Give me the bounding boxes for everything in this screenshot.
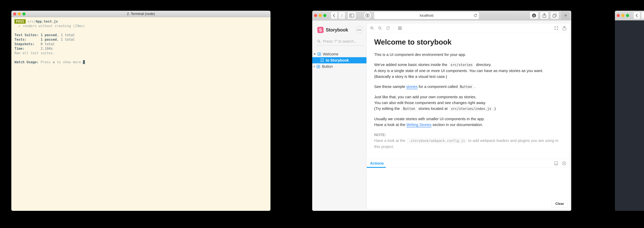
share-icon (542, 13, 546, 18)
summary-label: Time: (14, 46, 40, 51)
ran-all-line: Ran all test suites. (14, 51, 268, 55)
onepassword-extension-button[interactable] (364, 12, 371, 19)
watch-usage-line: Watch Usage:Press w to show more. (14, 60, 268, 64)
terminal-titlebar[interactable]: 2. Terminal (node) (11, 11, 270, 17)
reload-button[interactable] (474, 14, 477, 17)
watch-usage-label: Watch Usage: (14, 60, 40, 64)
shortcuts-menu-button[interactable]: ••• (356, 26, 363, 34)
minimize-button[interactable] (18, 12, 21, 16)
addons-panel: Actions Clear (367, 159, 570, 209)
edit-paragraph: Just like that, you can add your own com… (374, 94, 562, 112)
terminal-output[interactable]: PASS src/App.test.js ✓ renders without c… (11, 17, 270, 66)
back-button[interactable] (634, 12, 640, 19)
code-chip: src/stories/index.js (449, 106, 493, 111)
close-button[interactable] (617, 14, 620, 17)
caret-down-icon[interactable] (314, 53, 316, 55)
summary-passed: 1 passed (40, 33, 57, 37)
traffic-lights (617, 14, 629, 17)
close-button[interactable] (314, 14, 317, 17)
zoom-reset-button[interactable] (386, 26, 390, 30)
search-icon (317, 40, 321, 43)
sidebar-story-to-storybook[interactable]: to Storybook (312, 57, 366, 63)
close-panel-button[interactable] (562, 161, 566, 166)
stories-link[interactable]: stories (406, 84, 418, 89)
stories-paragraph: We've added some basic stories inside th… (374, 62, 562, 79)
panel-position-button[interactable] (554, 161, 558, 166)
search-placeholder: Press "/" to search... (323, 39, 357, 44)
clear-button[interactable]: Clear (552, 200, 568, 207)
test-file-dir: src/ (28, 20, 36, 23)
grid-toggle-button[interactable] (398, 26, 402, 30)
writing-stories-link[interactable]: Writing Stories (406, 123, 432, 127)
share-button[interactable] (540, 12, 548, 19)
code-chip: Button (401, 106, 417, 111)
downloads-button[interactable] (530, 12, 538, 19)
chevron-right-icon (340, 13, 344, 18)
zoom-button[interactable] (323, 14, 326, 17)
sidebar-toggle-button[interactable] (348, 12, 356, 19)
fullscreen-button[interactable] (554, 26, 558, 30)
addons-tab-bar: Actions (367, 159, 570, 168)
forward-button[interactable] (641, 12, 644, 19)
preview-panel: Welcome to storybook This is a UI compon… (366, 23, 570, 209)
chevron-left-icon (332, 13, 336, 18)
summary-row: Tests:1 passed, 1 total (14, 37, 268, 42)
address-bar[interactable]: localhost (374, 12, 479, 19)
zoom-button[interactable] (626, 14, 629, 17)
jest-pass-line: PASS src/App.test.js (14, 19, 268, 24)
reload-icon (474, 14, 477, 17)
summary-label: Test Suites: (14, 33, 40, 37)
welcome-document: Welcome to storybook This is a UI compon… (367, 33, 570, 159)
close-button[interactable] (13, 12, 16, 16)
summary-label: Snapshots: (14, 42, 40, 46)
open-canvas-button[interactable] (562, 26, 566, 31)
watch-key: w (53, 60, 55, 64)
forward-button[interactable] (338, 12, 345, 19)
terminal-cursor (83, 60, 85, 64)
summary-total: , 1 total (57, 33, 75, 37)
sidebar-item-welcome[interactable]: Welcome (312, 51, 366, 57)
active-tab-indicator (367, 167, 386, 168)
bookmark-icon (320, 58, 324, 62)
component-icon (316, 65, 320, 68)
chevron-left-icon (635, 13, 638, 18)
pass-badge: PASS (14, 19, 26, 24)
caret-right-icon[interactable] (314, 65, 315, 68)
summary-row: Test Suites:1 passed, 1 total (14, 33, 268, 37)
traffic-lights (13, 12, 26, 16)
zoom-out-button[interactable] (378, 26, 382, 30)
chevron-right-icon (643, 13, 644, 18)
url-text: localhost (420, 14, 434, 18)
check-icon: ✓ (18, 24, 20, 28)
minimize-button[interactable] (319, 14, 322, 17)
search-input[interactable]: Press "/" to search... (317, 39, 364, 46)
zoom-button[interactable] (22, 12, 26, 16)
storybook-app: S Storybook ••• Press "/" to search... W… (312, 20, 571, 211)
download-icon (532, 13, 536, 18)
docs-paragraph: Usually we create stories with smaller U… (374, 116, 562, 128)
preview-toolbar (367, 23, 570, 33)
terminal-window: 2. Terminal (node) PASS src/App.test.js … (11, 11, 270, 211)
stories-tree: Welcome to Storybook Button (312, 51, 366, 70)
tab-overview-button[interactable] (550, 12, 559, 19)
ellipsis-icon: ••• (357, 28, 361, 32)
new-tab-button[interactable]: + (562, 11, 570, 20)
plus-icon: + (564, 12, 567, 19)
tabs-icon (552, 13, 557, 18)
storybook-sidebar: S Storybook ••• Press "/" to search... W… (312, 20, 366, 211)
tab-actions[interactable]: Actions (370, 161, 384, 166)
test-result-text: renders without crashing (19ms) (22, 24, 85, 28)
minimize-button[interactable] (621, 14, 624, 17)
window-title: 2. Terminal (node) (127, 12, 155, 16)
storybook-browser-window: localhost + S Storybook ••• (312, 11, 571, 211)
browser-toolbar: localhost + (615, 11, 644, 20)
react-browser-window: localhost + (615, 11, 644, 211)
storybook-brand: Storybook (326, 27, 356, 33)
summary-total: 2.104s (40, 47, 53, 50)
back-button[interactable] (331, 12, 338, 19)
onepassword-keyhole-icon (365, 13, 370, 18)
summary-row: Snapshots:0 total (14, 42, 268, 46)
zoom-in-button[interactable] (370, 26, 374, 30)
sidebar-item-button[interactable]: Button (312, 63, 366, 70)
test-result-line: ✓ renders without crashing (19ms) (14, 24, 268, 28)
